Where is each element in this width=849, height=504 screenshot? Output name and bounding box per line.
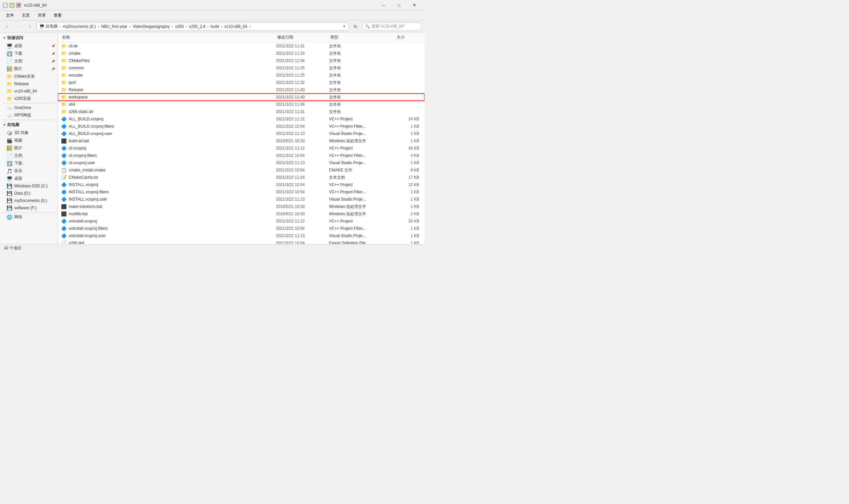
menu-home[interactable]: 主页 [19, 11, 33, 20]
table-row[interactable]: 📁common2021/3/22 11:25文件夹 [58, 64, 424, 72]
table-row[interactable]: 📁workspace2021/3/22 11:40文件夹 [58, 93, 424, 101]
up-button[interactable]: ↑ [25, 22, 35, 31]
sidebar-item-drive-c[interactable]: 💾 Windows-SSD (C:) [0, 182, 58, 190]
file-type: VC++ Project [329, 182, 395, 187]
sidebar-item-cmake[interactable]: 📁 CMake安装 [0, 73, 58, 80]
col-size[interactable]: 大小 [395, 34, 422, 41]
sidebar-item-network[interactable]: 🌐 网络 [0, 213, 58, 221]
sidebar-item-release[interactable]: 📁 Release [0, 80, 58, 88]
table-row[interactable]: 🔷cli.vcxproj.user2021/3/22 11:13Visual S… [58, 159, 424, 166]
table-row[interactable]: 📁x265-static.dir2021/3/22 11:31文件夹 [58, 108, 424, 115]
sidebar-item-docs[interactable]: 📄 文档 📌 [0, 57, 58, 65]
table-row[interactable]: 📁encoder2021/3/22 11:25文件夹 [58, 72, 424, 79]
file-type: Windows 批处理文件 [329, 204, 395, 210]
table-row[interactable]: 🔷INSTALL.vcxproj.filters2021/3/22 10:54V… [58, 188, 424, 196]
sidebar-item-drive-e[interactable]: 💾 myDocuments (E:) [0, 197, 58, 204]
table-row[interactable]: 📝CMakeCache.txt2021/3/22 11:24文本文档17 KB [58, 174, 424, 181]
table-row[interactable]: 🔷uninstall.vcxproj.user2021/3/22 11:13Vi… [58, 232, 424, 239]
quick-access-header[interactable]: ▼ 快速访问 [0, 34, 58, 42]
address-part-2: myDocuments (E:) [63, 24, 96, 29]
file-date: 2021/3/22 11:06 [276, 102, 329, 107]
statusbar: 42 个项目 [0, 244, 424, 252]
sidebar-item-3dobj[interactable]: 🎲 3D 对象 [0, 129, 58, 137]
address-part-1: 此电脑 [46, 23, 58, 29]
refresh-button[interactable]: ↻ [351, 22, 360, 31]
sidebar-item-pictures[interactable]: 🖼️ 图片 📌 [0, 65, 58, 73]
table-row[interactable]: 🔷cli.vcxproj.filters2021/3/22 10:54VC++ … [58, 152, 424, 159]
table-row[interactable]: 🔷cli.vcxproj2021/3/22 11:12VC++ Project4… [58, 145, 424, 152]
file-name: CMakeFiles [69, 58, 90, 63]
sidebar-item-music[interactable]: 🎵 音乐 [0, 167, 58, 175]
file-name: Release [69, 88, 83, 92]
address-bar[interactable]: 🖥️ 此电脑 › myDocuments (E:) › NBU_first-ye… [36, 22, 349, 31]
file-date: 2021/3/22 11:32 [276, 80, 329, 85]
menu-file[interactable]: 文件 [3, 11, 17, 20]
sidebar-item-desktop2[interactable]: 🖥️ 桌面 [0, 175, 58, 182]
table-row[interactable]: 🔷uninstall.vcxproj.filters2021/3/22 10:5… [58, 225, 424, 232]
search-bar[interactable]: 🔍 搜索"vc10-x86_64" [362, 22, 422, 31]
sidebar-item-onedrive[interactable]: ☁️ OneDrive [0, 104, 58, 111]
col-name[interactable]: 名称 [61, 34, 276, 41]
file-date: 2021/3/22 10:54 [276, 241, 329, 244]
minimize-button[interactable]: ─ [376, 0, 391, 11]
table-row[interactable]: 📋cmake_install.cmake2021/3/22 10:54CMAKE… [58, 166, 424, 174]
table-row[interactable]: 📁Release2021/3/22 11:40文件夹 [58, 86, 424, 93]
sidebar-item-wps[interactable]: ☁️ WPS网盘 [0, 111, 58, 119]
close-button[interactable]: ✕ [407, 0, 422, 11]
vcxproj-icon: 🔷 [61, 146, 67, 151]
drive-c-icon: 💾 [7, 183, 12, 189]
address-dropdown-arrow[interactable]: ▼ [343, 24, 346, 28]
table-row[interactable]: 🔷ALL_BUILD.vcxproj2021/3/22 11:12VC++ Pr… [58, 115, 424, 123]
thispc-header[interactable]: ▼ 此电脑 [0, 121, 58, 129]
sidebar-item-label: 文档 [14, 58, 22, 64]
folder-icon: 📁 [61, 73, 67, 78]
file-name: cmake_install.cmake [69, 168, 106, 173]
sidebar-item-doc2[interactable]: 📄 文档 [0, 152, 58, 160]
table-row[interactable]: 📁cli.dir2021/3/22 11:31文件夹 [58, 42, 424, 50]
back-button[interactable]: ← [3, 22, 12, 31]
file-name: x265-static.dir [69, 109, 93, 114]
filelist-container[interactable]: 名称 修改日期 类型 大小 📁cli.dir2021/3/22 11:31文件夹… [58, 33, 424, 244]
sidebar-item-x265[interactable]: 📁 x265安装 [0, 95, 58, 103]
sidebar-item-drive-d[interactable]: 💾 Data (D:) [0, 190, 58, 197]
menu-view[interactable]: 查看 [50, 11, 65, 20]
col-type[interactable]: 类型 [329, 34, 395, 41]
sidebar-item-downloads[interactable]: ⬇️ 下载 📌 [0, 50, 58, 57]
maximize-button[interactable]: □ [391, 0, 407, 11]
table-row[interactable]: 🔷INSTALL.vcxproj.user2021/3/22 11:13Visu… [58, 196, 424, 203]
table-row[interactable]: 🔷ALL_BUILD.vcxproj.filters2021/3/22 10:5… [58, 123, 424, 130]
sidebar-item-img[interactable]: 🖼️ 图片 [0, 144, 58, 152]
file-name: cmake [69, 51, 80, 56]
menu-share[interactable]: 共享 [35, 11, 49, 20]
sidebar-item-vc10[interactable]: 📁 vc10-x86_64 [0, 88, 58, 95]
file-type: Windows 批处理文件 [329, 138, 395, 144]
table-row[interactable]: ⬛build-all.bat2018/5/21 16:33Windows 批处理… [58, 137, 424, 145]
table-row[interactable]: 📁ipch2021/3/22 11:32文件夹 [58, 79, 424, 86]
sidebar-item-label: 音乐 [14, 168, 22, 174]
file-date: 2018/5/21 16:33 [276, 139, 329, 143]
table-row[interactable]: 🔷ALL_BUILD.vcxproj.user2021/3/22 11:13Vi… [58, 130, 424, 137]
sidebar-item-video[interactable]: 🎬 视频 [0, 137, 58, 144]
sidebar-item-dl2[interactable]: ⬇️ 下载 [0, 160, 58, 167]
file-date: 2021/3/22 11:13 [276, 131, 329, 136]
titlebar-icons: 📄 📁 📌 [3, 3, 21, 8]
desktop2-icon: 🖥️ [7, 176, 12, 181]
sidebar-item-drive-f[interactable]: 💾 software (F:) [0, 204, 58, 212]
col-date[interactable]: 修改日期 [276, 34, 329, 41]
file-date: 2021/3/22 11:40 [276, 88, 329, 92]
table-row[interactable]: 📁x642021/3/22 11:06文件夹 [58, 101, 424, 108]
table-row[interactable]: 📁CMakeFiles2021/3/22 11:34文件夹 [58, 57, 424, 64]
address-part-8: vc10-x86_64 [224, 24, 248, 29]
table-row[interactable]: 🔷uninstall.vcxproj2021/3/22 11:12VC++ Pr… [58, 217, 424, 225]
file-date: 2021/3/22 10:54 [276, 190, 329, 194]
table-row[interactable]: ⬛make-solutions.bat2018/5/21 16:33Window… [58, 203, 424, 210]
sidebar-item-label: Windows-SSD (C:) [14, 184, 48, 188]
table-row[interactable]: ⬛multilib.bat2018/5/21 16:33Windows 批处理文… [58, 210, 424, 217]
table-row[interactable]: 📄x265.def2021/3/22 10:54Export Definitio… [58, 239, 424, 244]
table-row[interactable]: 🔷INSTALL.vcxproj2021/3/22 10:54VC++ Proj… [58, 181, 424, 188]
folder-icon: 📁 [61, 87, 67, 92]
forward-button[interactable]: → [14, 22, 23, 31]
table-row[interactable]: 📁cmake2021/3/22 11:24文件夹 [58, 50, 424, 57]
file-date: 2018/5/21 16:33 [276, 212, 329, 216]
sidebar-item-desktop[interactable]: 🖥️ 桌面 📌 [0, 42, 58, 50]
